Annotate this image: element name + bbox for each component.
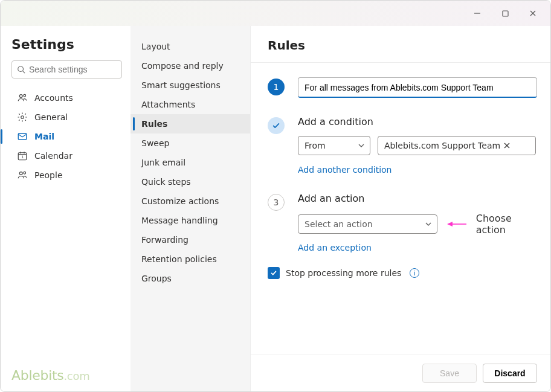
step-3-row: 3 Add an action Select an action: [268, 193, 537, 252]
step-3-badge: 3: [268, 194, 285, 211]
subnav-customize-actions[interactable]: Customize actions: [130, 191, 250, 211]
content-header: Rules: [251, 26, 550, 63]
content-footer: Save Discard: [251, 355, 550, 391]
maximize-button[interactable]: [491, 4, 519, 22]
stop-processing-label: Stop processing more rules: [286, 268, 401, 278]
condition-type-select[interactable]: From: [298, 136, 370, 155]
subnav-compose-reply[interactable]: Compose and reply: [130, 56, 250, 76]
nav-label: Calendar: [34, 151, 72, 161]
svg-point-15: [19, 172, 22, 175]
svg-point-16: [24, 172, 26, 174]
chevron-down-icon: [425, 220, 432, 228]
add-another-condition-link[interactable]: Add another condition: [298, 165, 392, 175]
subnav-message-handling[interactable]: Message handling: [130, 211, 250, 230]
info-icon[interactable]: i: [410, 268, 419, 278]
nav-label: Accounts: [34, 93, 73, 103]
add-exception-link[interactable]: Add an exception: [298, 243, 372, 252]
action-placeholder: Select an action: [304, 219, 373, 229]
stop-processing-row: Stop processing more rules i: [268, 267, 537, 279]
step-1-row: 1: [268, 77, 537, 98]
nav-accounts[interactable]: Accounts: [11, 88, 122, 108]
subnav-rules[interactable]: Rules: [130, 114, 250, 133]
calendar-icon: 1: [16, 150, 28, 161]
rules-content-panel: Rules 1 Add a condition: [250, 26, 550, 391]
close-button[interactable]: [519, 4, 547, 22]
svg-point-4: [18, 66, 24, 72]
search-settings-input[interactable]: [11, 60, 122, 79]
settings-sidebar: Settings Accounts Gene: [1, 26, 130, 391]
svg-rect-1: [503, 11, 508, 16]
condition-type-value: From: [304, 141, 326, 150]
subnav-smart-suggestions[interactable]: Smart suggestions: [130, 76, 250, 95]
subnav-sweep[interactable]: Sweep: [130, 133, 250, 153]
accounts-icon: [16, 92, 28, 103]
subnav-retention-policies[interactable]: Retention policies: [130, 249, 250, 269]
svg-text:1: 1: [22, 155, 24, 159]
chevron-down-icon: [358, 142, 365, 149]
mail-subnav: Layout Compose and reply Smart suggestio…: [130, 26, 250, 391]
settings-title: Settings: [11, 37, 122, 52]
svg-marker-20: [447, 222, 453, 227]
people-icon: [16, 170, 28, 181]
minimize-button[interactable]: [463, 4, 491, 22]
nav-general[interactable]: General: [11, 108, 122, 127]
step-2-row: Add a condition From Ablebits.com Suppor…: [268, 116, 537, 175]
nav-calendar[interactable]: 1 Calendar: [11, 146, 122, 165]
step-2-badge: [268, 117, 285, 134]
subnav-quick-steps[interactable]: Quick steps: [130, 172, 250, 191]
condition-value-field[interactable]: Ablebits.com Support Team: [378, 136, 536, 155]
step-1-badge: 1: [268, 79, 285, 95]
settings-nav-list: Accounts General Mail 1: [11, 88, 122, 185]
ablebits-watermark: Ablebits.com: [11, 368, 89, 383]
settings-window: Settings Accounts Gene: [0, 0, 551, 392]
nav-label: General: [34, 112, 68, 122]
annotation-arrow-icon: [447, 220, 466, 228]
stop-processing-checkbox[interactable]: [268, 267, 280, 279]
nav-label: Mail: [34, 132, 54, 141]
rule-name-input[interactable]: [298, 77, 537, 98]
subnav-forwarding[interactable]: Forwarding: [130, 230, 250, 249]
action-select[interactable]: Select an action: [298, 214, 437, 234]
svg-point-8: [21, 116, 24, 119]
nav-label: People: [34, 170, 63, 180]
search-icon: [17, 65, 25, 74]
subnav-junk-email[interactable]: Junk email: [130, 153, 250, 172]
annotation-text: Choose action: [476, 213, 537, 236]
svg-point-6: [19, 95, 22, 98]
subnav-groups[interactable]: Groups: [130, 269, 250, 288]
save-button[interactable]: Save: [422, 364, 477, 383]
search-input-field[interactable]: [29, 65, 135, 74]
mail-icon: [16, 131, 28, 142]
nav-people[interactable]: People: [11, 165, 122, 185]
step-3-title: Add an action: [298, 193, 537, 204]
chip-remove-icon[interactable]: [504, 143, 510, 149]
gear-icon: [16, 112, 28, 123]
page-title: Rules: [268, 38, 533, 53]
svg-point-7: [24, 94, 26, 97]
svg-line-5: [23, 71, 25, 74]
subnav-attachments[interactable]: Attachments: [130, 95, 250, 114]
condition-chip-label: Ablebits.com Support Team: [384, 141, 500, 150]
discard-button[interactable]: Discard: [483, 364, 537, 383]
title-bar: [1, 1, 550, 26]
subnav-layout[interactable]: Layout: [130, 37, 250, 56]
nav-mail[interactable]: Mail: [11, 127, 122, 146]
step-2-title: Add a condition: [298, 116, 537, 127]
